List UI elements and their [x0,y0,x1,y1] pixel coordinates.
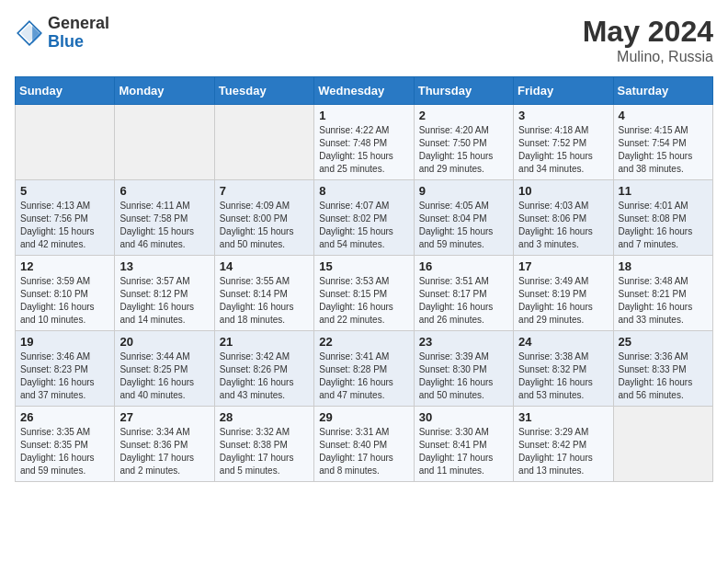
calendar-cell: 10Sunrise: 4:03 AM Sunset: 8:06 PM Dayli… [514,180,613,256]
day-number: 18 [619,259,708,273]
day-info: Sunrise: 4:05 AM Sunset: 8:04 PM Dayligh… [419,200,508,251]
day-number: 9 [419,184,508,198]
logo-general-text: General [48,15,109,33]
day-number: 30 [419,410,508,424]
day-info: Sunrise: 4:01 AM Sunset: 8:08 PM Dayligh… [619,200,708,251]
day-info: Sunrise: 3:44 AM Sunset: 8:25 PM Dayligh… [119,350,209,402]
day-info: Sunrise: 3:59 AM Sunset: 8:10 PM Dayligh… [20,275,109,327]
calendar-cell: 24Sunrise: 3:38 AM Sunset: 8:32 PM Dayli… [514,331,613,407]
day-number: 17 [518,259,608,273]
day-number: 14 [220,259,309,273]
day-info: Sunrise: 3:36 AM Sunset: 8:33 PM Dayligh… [619,350,708,402]
calendar-cell: 25Sunrise: 3:36 AM Sunset: 8:33 PM Dayli… [613,331,712,407]
day-header-friday: Friday [514,77,613,105]
calendar-cell: 22Sunrise: 3:41 AM Sunset: 8:28 PM Dayli… [314,331,414,407]
week-row-2: 5Sunrise: 4:13 AM Sunset: 7:56 PM Daylig… [16,180,713,256]
calendar-cell: 4Sunrise: 4:15 AM Sunset: 7:54 PM Daylig… [613,105,712,180]
day-number: 15 [319,259,408,273]
page-header: General Blue May 2024 Mulino, Russia [15,15,713,65]
day-info: Sunrise: 3:35 AM Sunset: 8:35 PM Dayligh… [20,426,109,477]
calendar-cell: 3Sunrise: 4:18 AM Sunset: 7:52 PM Daylig… [514,105,613,180]
day-headers-row: SundayMondayTuesdayWednesdayThursdayFrid… [16,77,713,105]
day-number: 29 [319,410,408,424]
day-info: Sunrise: 3:46 AM Sunset: 8:23 PM Dayligh… [20,350,109,402]
calendar-cell: 16Sunrise: 3:51 AM Sunset: 8:17 PM Dayli… [414,256,513,331]
calendar-cell: 30Sunrise: 3:30 AM Sunset: 8:41 PM Dayli… [414,407,513,482]
day-number: 1 [319,109,408,122]
day-number: 12 [20,259,109,273]
day-info: Sunrise: 3:41 AM Sunset: 8:28 PM Dayligh… [319,350,408,402]
day-number: 3 [518,109,608,122]
calendar-cell: 5Sunrise: 4:13 AM Sunset: 7:56 PM Daylig… [16,180,115,256]
day-header-thursday: Thursday [414,77,513,105]
day-info: Sunrise: 3:42 AM Sunset: 8:26 PM Dayligh… [220,350,309,402]
day-number: 23 [419,335,508,349]
day-number: 20 [119,335,209,349]
calendar-cell: 14Sunrise: 3:55 AM Sunset: 8:14 PM Dayli… [214,256,313,331]
calendar-cell [214,105,313,180]
calendar-cell: 9Sunrise: 4:05 AM Sunset: 8:04 PM Daylig… [414,180,513,256]
day-number: 28 [220,410,309,424]
day-info: Sunrise: 3:51 AM Sunset: 8:17 PM Dayligh… [419,275,508,327]
day-info: Sunrise: 3:57 AM Sunset: 8:12 PM Dayligh… [119,275,209,327]
calendar-cell: 1Sunrise: 4:22 AM Sunset: 7:48 PM Daylig… [314,105,414,180]
day-info: Sunrise: 3:53 AM Sunset: 8:15 PM Dayligh… [319,275,408,327]
day-info: Sunrise: 3:30 AM Sunset: 8:41 PM Dayligh… [419,426,508,477]
day-info: Sunrise: 3:39 AM Sunset: 8:30 PM Dayligh… [419,350,508,402]
day-number: 16 [419,259,508,273]
week-row-3: 12Sunrise: 3:59 AM Sunset: 8:10 PM Dayli… [16,256,713,331]
week-row-1: 1Sunrise: 4:22 AM Sunset: 7:48 PM Daylig… [16,105,713,180]
calendar-cell: 2Sunrise: 4:20 AM Sunset: 7:50 PM Daylig… [414,105,513,180]
day-info: Sunrise: 3:49 AM Sunset: 8:19 PM Dayligh… [518,275,608,327]
week-row-5: 26Sunrise: 3:35 AM Sunset: 8:35 PM Dayli… [16,407,713,482]
day-header-monday: Monday [115,77,214,105]
calendar-cell [115,105,214,180]
day-number: 4 [619,109,708,122]
calendar-cell [16,105,115,180]
title-block: May 2024 Mulino, Russia [583,15,713,65]
day-info: Sunrise: 4:07 AM Sunset: 8:02 PM Dayligh… [319,200,408,251]
calendar-cell: 23Sunrise: 3:39 AM Sunset: 8:30 PM Dayli… [414,331,513,407]
calendar-cell [613,407,712,482]
day-info: Sunrise: 4:15 AM Sunset: 7:54 PM Dayligh… [619,124,708,176]
calendar-cell: 11Sunrise: 4:01 AM Sunset: 8:08 PM Dayli… [613,180,712,256]
day-number: 2 [419,109,508,122]
day-info: Sunrise: 3:48 AM Sunset: 8:21 PM Dayligh… [619,275,708,327]
logo-blue-text: Blue [48,33,109,52]
day-info: Sunrise: 3:32 AM Sunset: 8:38 PM Dayligh… [220,426,309,477]
day-info: Sunrise: 3:34 AM Sunset: 8:36 PM Dayligh… [119,426,209,477]
day-header-wednesday: Wednesday [314,77,414,105]
day-number: 31 [518,410,608,424]
calendar-cell: 31Sunrise: 3:29 AM Sunset: 8:42 PM Dayli… [514,407,613,482]
week-row-4: 19Sunrise: 3:46 AM Sunset: 8:23 PM Dayli… [16,331,713,407]
day-info: Sunrise: 3:55 AM Sunset: 8:14 PM Dayligh… [220,275,309,327]
calendar-cell: 7Sunrise: 4:09 AM Sunset: 8:00 PM Daylig… [214,180,313,256]
calendar-cell: 18Sunrise: 3:48 AM Sunset: 8:21 PM Dayli… [613,256,712,331]
calendar-table: SundayMondayTuesdayWednesdayThursdayFrid… [15,76,713,482]
calendar-cell: 19Sunrise: 3:46 AM Sunset: 8:23 PM Dayli… [16,331,115,407]
calendar-cell: 21Sunrise: 3:42 AM Sunset: 8:26 PM Dayli… [214,331,313,407]
day-info: Sunrise: 3:31 AM Sunset: 8:40 PM Dayligh… [319,426,408,477]
calendar-title: May 2024 [583,15,713,49]
day-number: 24 [518,335,608,349]
logo: General Blue [15,15,109,52]
day-info: Sunrise: 3:38 AM Sunset: 8:32 PM Dayligh… [518,350,608,402]
day-info: Sunrise: 4:13 AM Sunset: 7:56 PM Dayligh… [20,200,109,251]
day-info: Sunrise: 4:09 AM Sunset: 8:00 PM Dayligh… [220,200,309,251]
calendar-cell: 15Sunrise: 3:53 AM Sunset: 8:15 PM Dayli… [314,256,414,331]
logo-icon [15,18,44,48]
day-info: Sunrise: 4:11 AM Sunset: 7:58 PM Dayligh… [119,200,209,251]
day-header-sunday: Sunday [16,77,115,105]
day-number: 27 [119,410,209,424]
day-header-saturday: Saturday [613,77,712,105]
calendar-cell: 8Sunrise: 4:07 AM Sunset: 8:02 PM Daylig… [314,180,414,256]
calendar-cell: 29Sunrise: 3:31 AM Sunset: 8:40 PM Dayli… [314,407,414,482]
day-info: Sunrise: 4:22 AM Sunset: 7:48 PM Dayligh… [319,124,408,176]
day-number: 10 [518,184,608,198]
calendar-location: Mulino, Russia [583,49,713,65]
calendar-cell: 27Sunrise: 3:34 AM Sunset: 8:36 PM Dayli… [115,407,214,482]
day-number: 11 [619,184,708,198]
calendar-cell: 20Sunrise: 3:44 AM Sunset: 8:25 PM Dayli… [115,331,214,407]
day-number: 6 [119,184,209,198]
day-number: 26 [20,410,109,424]
